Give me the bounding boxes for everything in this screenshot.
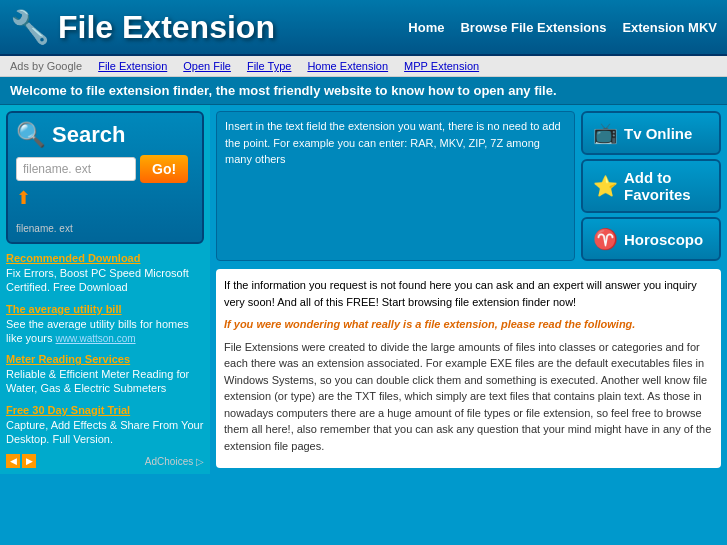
ad-next-button[interactable]: ▶	[22, 454, 36, 468]
sidebar-title-2[interactable]: Meter Reading Services	[6, 353, 204, 365]
right-widgets: 📺 Tv Online ⭐ Add to Favorites ♈ Horosco…	[581, 111, 721, 261]
header-left: 🔧 File Extension	[10, 8, 275, 46]
go-button[interactable]: Go!	[140, 155, 188, 183]
search-title: 🔍 Search	[16, 121, 194, 149]
nav-home[interactable]: Home	[408, 20, 444, 35]
star-icon: ⭐	[593, 174, 618, 198]
sidebar-desc-0: Fix Errors, Boost PC Speed Microsoft Cer…	[6, 267, 189, 293]
add-to-favorites-button[interactable]: ⭐ Add to Favorites	[581, 159, 721, 213]
tv-online-button[interactable]: 📺 Tv Online	[581, 111, 721, 155]
sidebar-desc-3: Capture, Add Effects & Share From Your D…	[6, 419, 203, 445]
article-italic-text: If you were wondering what really is a f…	[224, 316, 713, 333]
ads-by-google-label: Ads by Google	[10, 60, 82, 72]
sidebar-item-0: Recommended Download Fix Errors, Boost P…	[6, 252, 204, 295]
welcome-text: Welcome to file extension finder, the mo…	[10, 83, 557, 98]
nav-mkv[interactable]: Extension MKV	[622, 20, 717, 35]
search-box: 🔍 Search Go! ⬆ filename. ext	[6, 111, 204, 244]
sidebar-title-1[interactable]: The average utility bill	[6, 303, 204, 315]
arrow-up-icon: ⬆	[16, 187, 194, 209]
fav-label: Add to Favorites	[624, 169, 709, 203]
ad-link-3[interactable]: File Type	[247, 60, 291, 72]
search-input[interactable]	[16, 157, 136, 181]
tools-icon: 🔧	[10, 8, 50, 46]
search-hint-text: Insert in the text field the extension y…	[225, 120, 561, 165]
left-column: 🔍 Search Go! ⬆ filename. ext Recommended…	[0, 105, 210, 474]
content-area: 🔍 Search Go! ⬆ filename. ext Recommended…	[0, 105, 727, 474]
magnifier-icon: 🔍	[16, 121, 46, 149]
header-nav: Home Browse File Extensions Extension MK…	[408, 20, 717, 35]
horo-label: Horoscopo	[624, 231, 703, 248]
sidebar-desc-2: Reliable & Efficient Meter Reading for W…	[6, 368, 189, 394]
ad-choices-bar: ◀ ▶ AdChoices ▷	[6, 454, 204, 468]
sidebar-item-2: Meter Reading Services Reliable & Effici…	[6, 353, 204, 396]
filename-label: filename. ext	[16, 223, 194, 234]
sidebar-item-3: Free 30 Day Snagit Trial Capture, Add Ef…	[6, 404, 204, 447]
right-main: Insert in the text field the extension y…	[210, 105, 727, 474]
article-expert-text: If the information you request is not fo…	[224, 277, 713, 310]
top-right-area: Insert in the text field the extension y…	[216, 111, 721, 261]
search-hint-box: Insert in the text field the extension y…	[216, 111, 575, 261]
article-body: File Extensions were created to divide t…	[224, 339, 713, 455]
zodiac-icon: ♈	[593, 227, 618, 251]
site-title: File Extension	[58, 9, 275, 46]
sidebar-link-1[interactable]: www.wattson.com	[56, 333, 136, 344]
ad-nav-buttons: ◀ ▶	[6, 454, 36, 468]
ad-choices-label: AdChoices ▷	[145, 456, 204, 467]
sidebar-title-3[interactable]: Free 30 Day Snagit Trial	[6, 404, 204, 416]
ad-bar: Ads by Google File Extension Open File F…	[0, 56, 727, 77]
ad-link-2[interactable]: Open File	[183, 60, 231, 72]
header: 🔧 File Extension Home Browse File Extens…	[0, 0, 727, 56]
ad-link-4[interactable]: Home Extension	[307, 60, 388, 72]
sidebar-item-1: The average utility bill See the average…	[6, 303, 204, 346]
ad-prev-button[interactable]: ◀	[6, 454, 20, 468]
tv-icon: 📺	[593, 121, 618, 145]
article-box: If the information you request is not fo…	[216, 269, 721, 468]
horoscopo-button[interactable]: ♈ Horoscopo	[581, 217, 721, 261]
nav-browse[interactable]: Browse File Extensions	[460, 20, 606, 35]
tv-label: Tv Online	[624, 125, 692, 142]
sidebar-title-0[interactable]: Recommended Download	[6, 252, 204, 264]
ad-link-5[interactable]: MPP Extension	[404, 60, 479, 72]
ad-link-1[interactable]: File Extension	[98, 60, 167, 72]
search-input-row: Go!	[16, 155, 194, 183]
welcome-bar: Welcome to file extension finder, the mo…	[0, 77, 727, 105]
